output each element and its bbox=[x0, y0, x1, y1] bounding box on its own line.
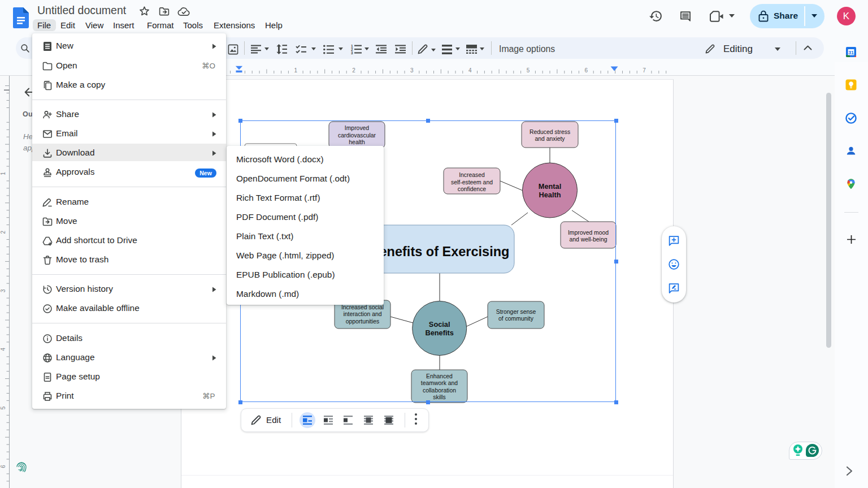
svg-text:5: 5 bbox=[0, 406, 6, 409]
svg-text:3: 3 bbox=[0, 289, 6, 292]
svg-text:4: 4 bbox=[0, 348, 6, 351]
svg-text:6: 6 bbox=[0, 465, 6, 468]
svg-text:2: 2 bbox=[0, 230, 6, 234]
svg-text:4: 4 bbox=[468, 67, 472, 74]
svg-text:2: 2 bbox=[352, 67, 355, 74]
svg-text:7: 7 bbox=[643, 67, 646, 74]
svg-text:1: 1 bbox=[294, 67, 298, 74]
svg-text:3: 3 bbox=[410, 67, 414, 74]
svg-text:31: 31 bbox=[848, 50, 854, 55]
svg-text:6: 6 bbox=[585, 67, 588, 74]
svg-text:3: 3 bbox=[351, 51, 353, 54]
svg-text:1: 1 bbox=[0, 172, 6, 175]
svg-text:5: 5 bbox=[527, 67, 530, 74]
